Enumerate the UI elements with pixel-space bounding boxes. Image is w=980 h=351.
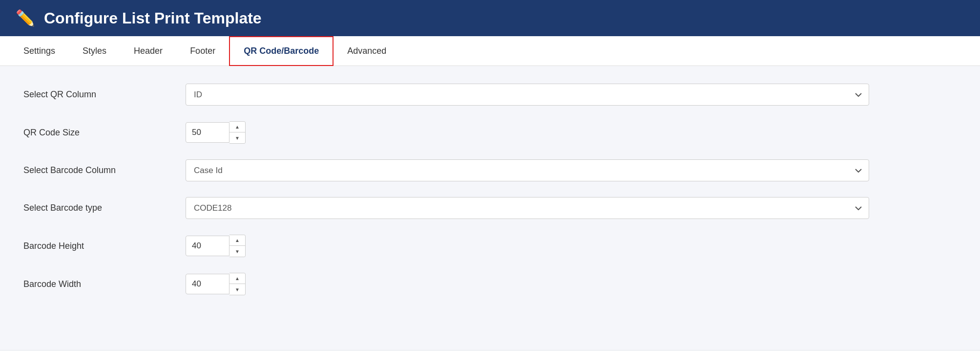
select-barcode-column-label: Select Barcode Column — [23, 165, 170, 176]
tab-styles[interactable]: Styles — [69, 37, 120, 65]
barcode-height-input[interactable] — [186, 236, 229, 256]
qr-code-size-input[interactable] — [186, 122, 229, 143]
select-barcode-type-label: Select Barcode type — [23, 203, 170, 213]
tab-footer[interactable]: Footer — [176, 37, 229, 65]
qr-code-size-buttons: ▲ ▼ — [229, 121, 246, 144]
barcode-height-wrap: ▲ ▼ — [186, 235, 869, 257]
barcode-width-spinner: ▲ ▼ — [186, 273, 869, 295]
barcode-width-buttons: ▲ ▼ — [229, 273, 246, 295]
qr-code-size-down[interactable]: ▼ — [229, 132, 245, 143]
tabs-bar: Settings Styles Header Footer QR Code/Ba… — [0, 36, 980, 66]
qr-code-size-up[interactable]: ▲ — [229, 122, 245, 132]
select-barcode-column-row: Select Barcode Column Case Id ID Name — [23, 159, 957, 181]
page-title: Configure List Print Template — [44, 9, 262, 27]
barcode-width-row: Barcode Width ▲ ▼ — [23, 273, 957, 295]
select-qr-column-row: Select QR Column ID Case Id Name — [23, 84, 957, 106]
tab-advanced[interactable]: Advanced — [334, 37, 400, 65]
qr-code-size-spinner: ▲ ▼ — [186, 121, 869, 144]
tab-qr-barcode[interactable]: QR Code/Barcode — [229, 36, 334, 66]
tab-settings[interactable]: Settings — [10, 37, 69, 65]
select-qr-column-input[interactable]: ID Case Id Name — [186, 84, 869, 106]
select-barcode-type-row: Select Barcode type CODE128 CODE39 EAN13… — [23, 197, 957, 219]
barcode-height-up[interactable]: ▲ — [229, 235, 245, 246]
qr-code-size-wrap: ▲ ▼ — [186, 121, 869, 144]
barcode-width-input[interactable] — [186, 274, 229, 294]
barcode-height-down[interactable]: ▼ — [229, 246, 245, 257]
tab-header[interactable]: Header — [120, 37, 176, 65]
select-barcode-type-input[interactable]: CODE128 CODE39 EAN13 QR — [186, 197, 869, 219]
page-header: ✏️ Configure List Print Template — [0, 0, 980, 36]
select-barcode-type-wrap: CODE128 CODE39 EAN13 QR — [186, 197, 869, 219]
barcode-width-label: Barcode Width — [23, 279, 170, 289]
select-qr-column-label: Select QR Column — [23, 89, 170, 100]
pencil-icon: ✏️ — [16, 9, 35, 27]
barcode-height-row: Barcode Height ▲ ▼ — [23, 235, 957, 257]
barcode-width-wrap: ▲ ▼ — [186, 273, 869, 295]
select-barcode-column-wrap: Case Id ID Name — [186, 159, 869, 181]
barcode-height-label: Barcode Height — [23, 241, 170, 251]
qr-code-size-label: QR Code Size — [23, 128, 170, 138]
form-content: Select QR Column ID Case Id Name QR Code… — [0, 66, 980, 350]
select-barcode-column-input[interactable]: Case Id ID Name — [186, 159, 869, 181]
barcode-width-down[interactable]: ▼ — [229, 284, 245, 295]
barcode-height-buttons: ▲ ▼ — [229, 235, 246, 257]
select-qr-column-wrap: ID Case Id Name — [186, 84, 869, 106]
barcode-width-up[interactable]: ▲ — [229, 273, 245, 284]
qr-code-size-row: QR Code Size ▲ ▼ — [23, 121, 957, 144]
barcode-height-spinner: ▲ ▼ — [186, 235, 869, 257]
